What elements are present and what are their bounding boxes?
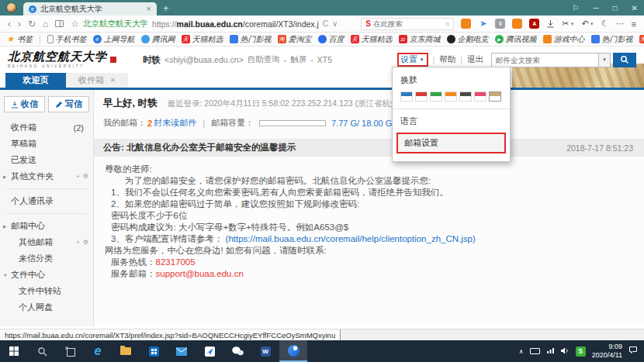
shopping-extension-icon[interactable] [512, 19, 522, 29]
forward-icon[interactable]: › [18, 19, 21, 29]
browser-tab[interactable]: e 北京航空航天大学 ✕ [23, 2, 157, 16]
taskbar-explorer-icon[interactable] [112, 340, 140, 362]
speed-mode-icon[interactable]: C [323, 19, 328, 28]
new-tab-button[interactable]: + [163, 3, 169, 13]
mail-search-button[interactable] [613, 53, 636, 67]
address-bar[interactable]: ☆ 北京航空航天大学 https://mail.buaa.edu.cn/core… [71, 19, 354, 29]
help-link[interactable]: 帮助 [439, 54, 455, 65]
taskbar-wechat-icon[interactable] [223, 340, 251, 362]
bookmark-item[interactable]: 天天猫精选 [182, 34, 223, 45]
compose-mail-button[interactable]: 写信 [48, 96, 89, 112]
sidebar-item-drafts[interactable]: 草稿箱 [0, 136, 93, 152]
settings-menu-button[interactable]: 设置 ▼ [397, 53, 428, 67]
sidebar-item-file-center[interactable]: ▼文件中心 [0, 267, 93, 283]
mail-settings-icon[interactable]: ⚙ [83, 239, 88, 246]
mailbox-settings-menu-item[interactable]: 邮箱设置 [396, 133, 506, 153]
add-mail-icon[interactable]: + [76, 239, 80, 246]
sogou-input-icon[interactable]: S [576, 346, 586, 357]
bookmark-item[interactable]: 腾讯网 [141, 34, 175, 45]
add-folder-icon[interactable]: + [76, 173, 80, 180]
taskbar-search-button[interactable] [28, 340, 56, 362]
home-icon[interactable]: ⌂ [43, 19, 48, 29]
close-window-button[interactable]: ✕ [632, 4, 638, 12]
bookmark-item[interactable]: 游戏中心 [543, 34, 585, 45]
sidebar-item-other-mail[interactable]: 其他邮箱+⚙ [0, 234, 93, 250]
start-button[interactable] [0, 340, 28, 362]
tab-close-icon[interactable]: ✕ [146, 5, 151, 12]
skin-swatch[interactable] [430, 91, 442, 102]
browser-search-input[interactable] [373, 19, 443, 28]
taskbar-thunder-icon[interactable] [196, 340, 223, 362]
tray-chevron-up-icon[interactable]: ∧ [519, 348, 524, 355]
skin-swatch[interactable] [474, 91, 486, 102]
browser-search-box[interactable]: S ○ [361, 18, 454, 30]
favorite-star-icon[interactable]: ☆ [71, 19, 79, 29]
bookmark-item[interactable]: ★书签 [6, 34, 33, 45]
skin-swatch[interactable] [415, 91, 428, 102]
task-view-button[interactable] [56, 340, 84, 362]
bookmark-item[interactable]: 手机书签 [47, 34, 87, 45]
touch-link[interactable]: 触屏 [290, 54, 306, 65]
search-scope-dropdown[interactable]: ▼ [598, 53, 611, 67]
receive-mail-button[interactable]: 收信 [4, 96, 45, 112]
bookmark-item[interactable]: 淘爱淘宝 [278, 34, 312, 45]
self-service-link[interactable]: 自助查询 [248, 54, 280, 65]
adobe-extension-icon[interactable]: A [529, 19, 539, 29]
maximize-button[interactable]: □ [613, 4, 618, 12]
skin-swatch[interactable] [445, 91, 457, 102]
game-extension-icon[interactable] [461, 19, 471, 29]
taskbar-word-icon[interactable]: W [251, 340, 279, 362]
bookmark-item[interactable]: JD京东商城 [399, 34, 441, 45]
url-dropdown-icon[interactable]: ∨ [332, 19, 338, 28]
reading-mode-icon[interactable] [55, 20, 64, 27]
download-icon[interactable] [546, 19, 555, 28]
undo-icon[interactable]: ↶▼ [582, 19, 594, 29]
action-center-icon[interactable] [628, 346, 638, 357]
taskbar-qqbrowser-icon[interactable] [279, 340, 307, 362]
search-icon[interactable]: ○ [445, 20, 449, 28]
skin-swatch[interactable] [489, 91, 501, 102]
bookmark-item[interactable]: 百度 [318, 34, 345, 45]
more-icon[interactable]: ⋯ [616, 19, 625, 29]
client-config-link[interactable]: (https://mail.buaa.edu.cn/coremail/help/… [226, 234, 476, 243]
language-menu-item[interactable]: 语言 [400, 115, 502, 127]
sidebar-item-file-transfer[interactable]: 文件中转站 [0, 283, 93, 299]
bookmark-item[interactable]: 热门影视 [591, 34, 633, 45]
taskbar-edge-icon[interactable]: e [84, 340, 112, 362]
network-icon[interactable] [546, 346, 555, 357]
skin-swatch[interactable] [459, 91, 472, 102]
sidebar-item-net-disk[interactable]: 个人网盘 [0, 299, 93, 315]
sidebar-item-other-folders[interactable]: ▶其他文件夹+⚙ [0, 168, 93, 184]
collapse-arrow-icon[interactable]: ▼ [3, 273, 7, 278]
sidebar-item-mail-center[interactable]: ▶邮箱中心 [0, 218, 93, 234]
sidebar-item-inbox[interactable]: 收件箱(2) [0, 119, 93, 136]
xt5-link[interactable]: XT5 [317, 55, 332, 64]
touch-keyboard-icon[interactable] [530, 348, 540, 354]
profile-avatar[interactable] [6, 2, 17, 13]
bookmark-item[interactable]: 淘爱淘宝 [639, 34, 644, 45]
expand-arrow-icon[interactable]: ▶ [3, 174, 6, 179]
taskbar-mail-icon[interactable] [168, 340, 196, 362]
bookmark-item[interactable]: 热门影视 [230, 34, 272, 45]
bookmark-item[interactable]: ▶腾讯视频 [495, 34, 537, 45]
mail-search-input[interactable] [491, 53, 598, 67]
tab-inbox[interactable]: 收件箱 ✕ [66, 73, 128, 88]
minimize-button[interactable]: ─ [593, 4, 598, 12]
plane-extension-icon[interactable]: ➤ [478, 19, 488, 29]
volume-icon[interactable] [561, 346, 570, 357]
night-mode-icon[interactable]: ☾ [601, 19, 609, 29]
sidebar-item-mail-sort[interactable]: 来信分类 [0, 250, 93, 267]
bookmark-item[interactable]: e上网导航 [93, 34, 135, 45]
taskbar-store-icon[interactable] [140, 340, 168, 362]
close-tab-icon[interactable]: ✕ [110, 77, 116, 84]
sidebar-item-contacts[interactable]: 个人通讯录 [0, 193, 93, 209]
sidebar-item-sent[interactable]: 已发送 [0, 152, 93, 168]
tab-welcome[interactable]: 欢迎页 [5, 73, 66, 88]
feedback-icon[interactable]: ⚐ [573, 4, 580, 12]
back-icon[interactable]: ‹ [8, 19, 11, 29]
expand-arrow-icon[interactable]: ▶ [3, 224, 6, 229]
unread-link[interactable]: 封未读邮件 [154, 117, 196, 129]
menu-icon[interactable]: ≡ [632, 19, 636, 29]
permission-extension-icon[interactable]: 0 [495, 19, 505, 29]
refresh-icon[interactable]: ↻ [28, 19, 36, 29]
